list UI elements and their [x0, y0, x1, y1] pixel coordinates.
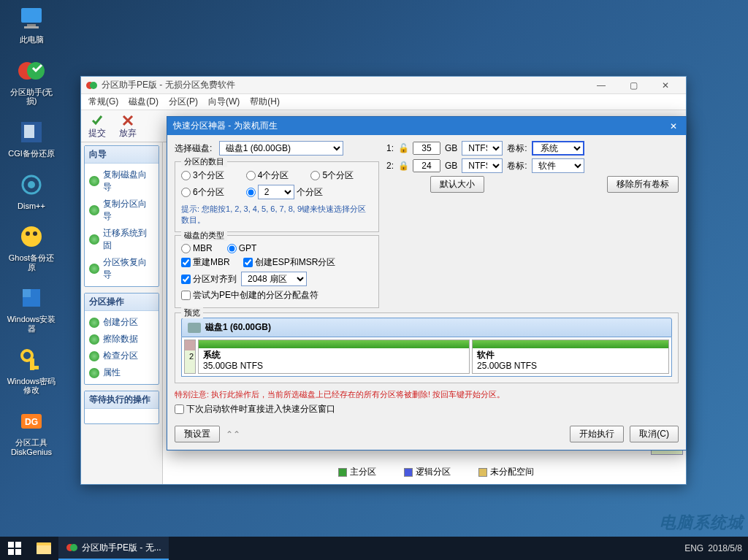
chk-open-next[interactable]: 下次启动软件时直接进入快速分区窗口	[175, 403, 679, 415]
close-button[interactable]: ✕	[649, 77, 682, 93]
svg-point-20	[90, 82, 97, 89]
svg-point-11	[33, 231, 37, 236]
svg-rect-13	[23, 289, 31, 297]
radio-5[interactable]: 5个分区	[310, 169, 354, 182]
dialog-footer: 预设置 ⌃⌃ 开始执行 取消(C)	[167, 421, 686, 450]
svg-text:DG: DG	[25, 417, 38, 427]
legend-unalloc-swatch	[478, 468, 487, 477]
type-group-title: 磁盘的类型	[181, 230, 227, 241]
wizard-recover[interactable]: 分区恢复向导	[88, 254, 156, 283]
op-wipe[interactable]: 擦除数据	[88, 331, 156, 348]
volume-select-1[interactable]: 系统	[532, 141, 584, 156]
wizard-migrate[interactable]: 迁移系统到固	[88, 225, 156, 254]
svg-rect-1	[27, 24, 36, 26]
radio-mbr[interactable]: MBR	[181, 243, 213, 253]
radio-4[interactable]: 4个分区	[246, 169, 289, 182]
menu-general[interactable]: 常规(G)	[88, 96, 118, 108]
wizard-icon	[89, 234, 99, 245]
maximize-button[interactable]: ▢	[617, 77, 649, 93]
wizard-icon	[89, 176, 99, 186]
desktop-icon-ghost[interactable]: Ghost备份还原	[6, 222, 57, 272]
svg-rect-6	[24, 125, 34, 138]
op-icon	[89, 318, 99, 328]
warning-text: 特别注意: 执行此操作后，当前所选磁盘上已经存在的所有分区将被删除! 按回车键开…	[175, 389, 679, 400]
svg-point-8	[28, 181, 35, 188]
lock-icon[interactable]: 🔓	[398, 143, 408, 153]
chk-esp-msr[interactable]: 创建ESP和MSR分区	[243, 256, 336, 269]
preview-part-1[interactable]: 系统35.00GB NTFS	[198, 340, 470, 374]
svg-rect-2	[24, 26, 39, 28]
system-tray[interactable]: ENG 2018/5/8	[679, 543, 748, 553]
legend-primary-swatch	[338, 468, 347, 477]
fs-select-1[interactable]: NTFS	[462, 141, 503, 156]
dialog-close-button[interactable]: ✕	[667, 121, 680, 131]
chk-assign-letter[interactable]: 尝试为PE中创建的分区分配盘符	[181, 289, 373, 302]
wizard-copy-part[interactable]: 复制分区向导	[88, 196, 156, 225]
desktop-icon-diskgenius[interactable]: DG分区工具DiskGenius	[6, 407, 57, 456]
svg-point-9	[21, 226, 42, 247]
titlebar[interactable]: 分区助手PE版 - 无损分区免费软件 — ▢ ✕	[81, 77, 686, 94]
svg-rect-24	[15, 549, 21, 555]
menu-help[interactable]: 帮助(H)	[250, 96, 280, 108]
desktop-icon-cgi[interactable]: CGI备份还原	[6, 118, 57, 158]
clear-volumes-button[interactable]: 移除所有卷标	[607, 176, 679, 193]
disk-icon	[188, 323, 201, 333]
count-hint: 提示: 您能按1, 2, 3, 4, 5, 6, 7, 8, 9键来快速选择分区…	[181, 204, 373, 226]
desktop-icon-dism[interactable]: Dism++	[6, 170, 57, 211]
disk-label: 选择磁盘:	[175, 142, 212, 155]
size-input-2[interactable]	[413, 159, 440, 172]
svg-rect-0	[21, 8, 42, 23]
svg-rect-23	[8, 549, 14, 555]
svg-point-28	[70, 544, 77, 551]
panel-ops: 分区操作 创建分区 擦除数据 检查分区 属性	[84, 293, 159, 385]
radio-3[interactable]: 3个分区	[181, 169, 224, 182]
desktop-icon-winpwd[interactable]: Windows密码修改	[6, 345, 57, 395]
desktop-icon-wininstall[interactable]: Windows安装器	[6, 283, 57, 333]
start-button[interactable]	[0, 537, 29, 560]
panel-pending: 等待执行的操作	[84, 391, 159, 424]
op-create[interactable]: 创建分区	[88, 314, 156, 331]
fs-select-2[interactable]: NTFS	[462, 158, 503, 173]
panel-ops-header: 分区操作	[85, 294, 159, 311]
preview-part-2[interactable]: 软件25.00GB NTFS	[472, 340, 669, 374]
volume-select-2[interactable]: 软件	[532, 158, 584, 173]
tool-discard[interactable]: 放弃	[119, 113, 137, 139]
cancel-button[interactable]: 取消(C)	[630, 426, 679, 442]
op-props[interactable]: 属性	[88, 364, 156, 381]
menubar: 常规(G) 磁盘(D) 分区(P) 向导(W) 帮助(H)	[81, 94, 686, 110]
desktop-icon-aomei[interactable]: 分区助手(无损)	[6, 56, 57, 106]
svg-rect-16	[30, 366, 39, 369]
custom-count-select[interactable]: 2	[258, 185, 294, 199]
radio-custom[interactable]: 2 个分区	[246, 185, 323, 199]
radio-6[interactable]: 6个分区	[181, 185, 224, 199]
taskbar-explorer[interactable]	[29, 537, 58, 560]
start-button[interactable]: 开始执行	[570, 426, 624, 442]
taskbar-task[interactable]: 分区助手PE版 - 无...	[58, 537, 169, 560]
dialog-titlebar[interactable]: 快速分区神器 - 为装机而生 ✕	[167, 117, 686, 135]
desktop-icon-pc[interactable]: 此电脑	[6, 4, 57, 45]
panel-wizard-header: 向导	[85, 146, 159, 164]
op-icon	[89, 368, 99, 378]
menu-disk[interactable]: 磁盘(D)	[129, 96, 159, 108]
menu-wizard[interactable]: 向导(W)	[208, 96, 240, 108]
disk-select[interactable]: 磁盘1 (60.00GB)	[219, 141, 343, 156]
preview-partitions: 2 系统35.00GB NTFS 软件25.00GB NTFS	[181, 337, 672, 377]
tool-commit[interactable]: 提交	[88, 113, 106, 139]
chk-align[interactable]: 分区对齐到	[181, 273, 237, 285]
menu-partition[interactable]: 分区(P)	[169, 96, 198, 108]
preset-button[interactable]: 预设置	[175, 426, 220, 442]
align-select[interactable]: 2048 扇区	[241, 272, 307, 286]
panel-pending-header: 等待执行的操作	[85, 391, 159, 409]
radio-gpt[interactable]: GPT	[227, 243, 257, 253]
preview-disk-header: 磁盘1 (60.00GB)	[181, 318, 672, 337]
svg-rect-26	[37, 545, 51, 554]
wizard-copy-disk[interactable]: 复制磁盘向导	[88, 166, 156, 196]
chk-rebuild-mbr[interactable]: 重建MBR	[181, 256, 230, 269]
default-size-button[interactable]: 默认大小	[430, 176, 484, 193]
size-input-1[interactable]	[413, 142, 440, 155]
lock-icon[interactable]: 🔒	[398, 161, 408, 171]
op-check[interactable]: 检查分区	[88, 348, 156, 364]
minimize-button[interactable]: —	[585, 77, 617, 93]
expand-icon[interactable]: ⌃⌃	[226, 429, 240, 440]
watermark: 电脑系统城	[660, 512, 744, 534]
